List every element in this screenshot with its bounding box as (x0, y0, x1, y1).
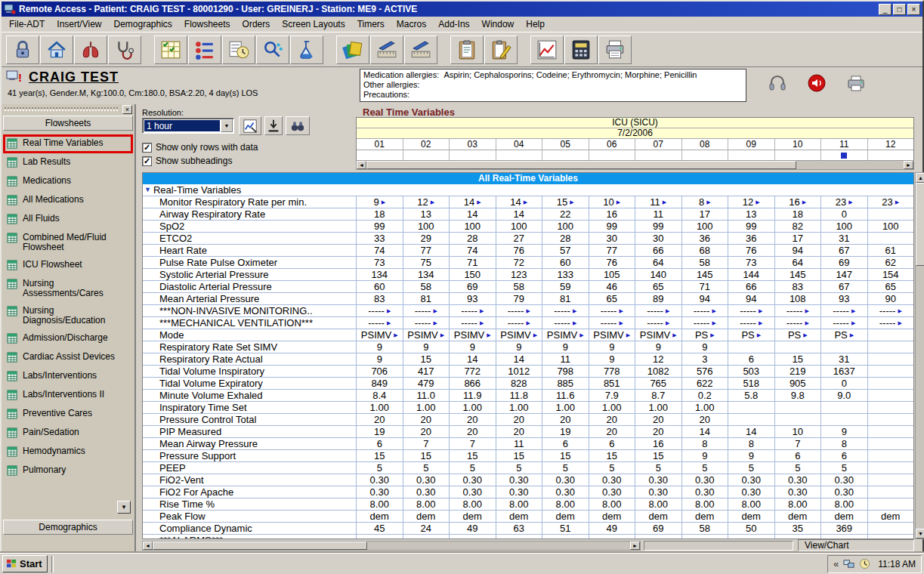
cell[interactable]: 6 (728, 353, 775, 365)
cell[interactable]: -----▶ (589, 535, 636, 539)
cell[interactable]: 31 (821, 353, 868, 365)
cell[interactable]: 30 (589, 233, 636, 244)
more-data-arrow-icon[interactable]: ▶ (526, 320, 530, 326)
cell[interactable]: 99 (589, 221, 636, 232)
sidebar-item-all-medications[interactable]: All Medications (3, 191, 133, 210)
more-data-arrow-icon[interactable]: ▶ (387, 320, 391, 326)
row-label[interactable]: Respiratory Rate Actual (143, 353, 357, 365)
cell[interactable]: 851 (589, 378, 636, 389)
cell[interactable]: 8.7 (635, 390, 682, 401)
chevron-left-icon[interactable]: « (833, 558, 839, 569)
cell[interactable]: 6 (775, 450, 822, 461)
cell[interactable]: 5 (682, 462, 729, 474)
cell[interactable] (868, 462, 914, 474)
cell[interactable]: 89 (635, 293, 682, 304)
cell[interactable]: 1012 (496, 366, 543, 377)
patient-name[interactable]: CRAIG TEST (29, 69, 119, 85)
cell[interactable]: dem (728, 511, 775, 522)
ruler-pencil2-button[interactable] (404, 35, 437, 64)
cell[interactable]: 9.0 (821, 390, 868, 401)
lab-button[interactable] (290, 35, 323, 64)
cell[interactable]: 133 (542, 269, 589, 280)
cell[interactable]: -----▶ (357, 305, 403, 316)
restore-button[interactable]: □ (893, 4, 906, 15)
cell[interactable]: 15 (496, 450, 543, 461)
more-data-arrow-icon[interactable]: ▶ (706, 199, 710, 205)
sidebar-item-lab-results[interactable]: Lab Results (3, 153, 133, 172)
cell[interactable]: 14 (450, 353, 496, 365)
cell[interactable]: 134 (403, 269, 450, 280)
more-data-arrow-icon[interactable]: ▶ (759, 308, 762, 314)
grip-handle-icon[interactable] (5, 107, 118, 111)
cell[interactable]: 9 (403, 341, 450, 353)
more-data-arrow-icon[interactable]: ▶ (712, 308, 715, 314)
cell[interactable]: 518 (728, 378, 775, 389)
cell[interactable]: 154 (868, 269, 914, 280)
cell[interactable]: 10 (775, 426, 822, 437)
cell[interactable]: PSIMV▶ (589, 329, 636, 341)
scroll-down-button[interactable]: ▼ (916, 529, 924, 539)
cell[interactable]: 0.30 (821, 486, 868, 498)
scroll-up-button[interactable]: ▲ (916, 173, 924, 183)
cell[interactable]: 58 (403, 281, 450, 292)
cell[interactable]: 0.30 (542, 474, 589, 486)
menu-help[interactable]: Help (520, 17, 551, 32)
cell[interactable]: 73 (357, 257, 403, 268)
cell[interactable]: 9 (682, 450, 729, 461)
more-data-arrow-icon[interactable]: ▶ (394, 332, 397, 338)
cell[interactable]: 100 (496, 221, 543, 232)
cell[interactable]: 58 (496, 281, 543, 292)
cell[interactable]: 15 (403, 353, 450, 365)
start-button[interactable]: Start (2, 555, 48, 572)
cell[interactable]: dem (821, 511, 868, 522)
cell[interactable]: 77 (403, 245, 450, 256)
cell[interactable]: 9 (542, 341, 589, 353)
cell[interactable]: 51 (542, 523, 589, 534)
cell[interactable]: 16 (589, 208, 636, 220)
cell[interactable]: 5 (357, 462, 403, 474)
cell[interactable]: 64 (775, 257, 822, 268)
section-row-real-time-variables[interactable]: ▼Real-Time Variables (143, 184, 913, 196)
more-data-arrow-icon[interactable]: ▶ (526, 538, 530, 540)
cell[interactable]: 66 (728, 281, 775, 292)
cell[interactable]: 0.30 (635, 474, 682, 486)
cell[interactable]: 5 (450, 462, 496, 474)
cell[interactable]: 27 (496, 233, 543, 244)
row-label[interactable]: Airway Respiratory Rate (143, 208, 357, 220)
cell[interactable]: 14 (450, 208, 496, 220)
cell[interactable]: 16▶ (775, 196, 822, 208)
cell[interactable] (775, 402, 822, 413)
more-data-arrow-icon[interactable]: ▶ (573, 308, 576, 314)
show-subheadings-option[interactable]: ✓ Show subheadings (142, 156, 232, 166)
cell[interactable]: dem (403, 511, 450, 522)
cell[interactable]: 11 (496, 438, 543, 449)
cell[interactable]: 99 (635, 221, 682, 232)
cell[interactable]: 71 (682, 281, 729, 292)
cell[interactable]: 33 (357, 233, 403, 244)
cell[interactable]: 60 (542, 257, 589, 268)
cell[interactable]: 1637 (821, 366, 868, 377)
row-label[interactable]: ***ALARMS*** (143, 535, 357, 539)
export-button[interactable] (264, 116, 283, 135)
show-only-rows-checkbox[interactable]: ✓ (142, 143, 152, 153)
row-label[interactable]: Minute Volume Exhaled (143, 390, 357, 401)
network-tray-icon[interactable] (843, 558, 854, 569)
demographics-button[interactable]: Demographics (3, 520, 133, 535)
menu-macros[interactable]: Macros (391, 17, 432, 32)
cell[interactable]: 36 (682, 233, 729, 244)
more-data-arrow-icon[interactable]: ▶ (382, 199, 385, 205)
row-label[interactable]: Mode (143, 329, 357, 341)
sidebar-grip[interactable]: × (2, 104, 134, 114)
row-label[interactable]: Systolic Arterial Pressure (143, 269, 357, 280)
cell[interactable]: 94 (682, 293, 729, 304)
cell[interactable]: 0.30 (403, 474, 450, 486)
cell[interactable]: 8.00 (450, 498, 496, 510)
cell[interactable]: 14 (496, 353, 543, 365)
cell[interactable]: 94 (728, 293, 775, 304)
more-data-arrow-icon[interactable]: ▶ (617, 199, 620, 205)
cell[interactable]: PSIMV▶ (450, 329, 496, 341)
cell[interactable]: dem (450, 511, 496, 522)
cell[interactable]: 68 (682, 245, 729, 256)
collapse-triangle-icon[interactable]: ▼ (144, 184, 151, 196)
cell[interactable]: 369 (821, 523, 868, 534)
